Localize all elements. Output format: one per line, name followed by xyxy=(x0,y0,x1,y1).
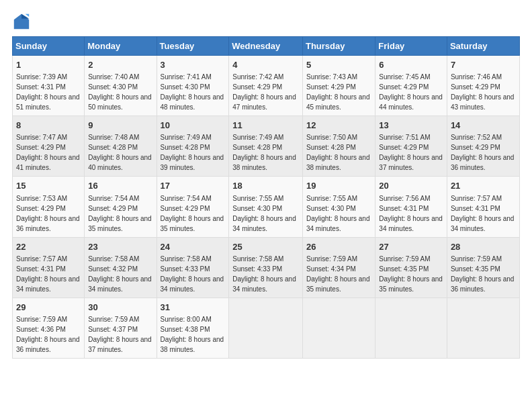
calendar-cell: 18 Sunrise: 7:55 AMSunset: 4:30 PMDaylig… xyxy=(229,177,303,237)
logo xyxy=(12,12,34,31)
calendar-cell xyxy=(229,298,303,358)
calendar-cell: 8 Sunrise: 7:47 AMSunset: 4:29 PMDayligh… xyxy=(13,116,85,177)
day-info: Sunrise: 7:46 AMSunset: 4:29 PMDaylight:… xyxy=(451,73,515,111)
calendar-week-4: 22 Sunrise: 7:57 AMSunset: 4:31 PMDaylig… xyxy=(13,237,520,298)
day-number: 28 xyxy=(451,241,516,253)
day-number: 24 xyxy=(161,241,226,253)
day-info: Sunrise: 7:55 AMSunset: 4:30 PMDaylight:… xyxy=(306,195,370,232)
logo-icon xyxy=(12,12,31,31)
day-number: 12 xyxy=(306,120,371,132)
calendar-cell: 14 Sunrise: 7:52 AMSunset: 4:29 PMDaylig… xyxy=(447,116,519,177)
day-info: Sunrise: 7:54 AMSunset: 4:29 PMDaylight:… xyxy=(88,195,152,232)
day-info: Sunrise: 7:51 AMSunset: 4:29 PMDaylight:… xyxy=(379,134,443,171)
day-info: Sunrise: 7:50 AMSunset: 4:28 PMDaylight:… xyxy=(306,134,370,171)
calendar-cell: 20 Sunrise: 7:56 AMSunset: 4:31 PMDaylig… xyxy=(375,177,447,237)
day-info: Sunrise: 7:59 AMSunset: 4:37 PMDaylight:… xyxy=(88,316,152,353)
day-info: Sunrise: 7:58 AMSunset: 4:33 PMDaylight:… xyxy=(232,255,296,293)
day-info: Sunrise: 7:59 AMSunset: 4:36 PMDaylight:… xyxy=(16,316,80,353)
day-number: 18 xyxy=(232,180,299,192)
day-info: Sunrise: 7:55 AMSunset: 4:30 PMDaylight:… xyxy=(232,195,296,232)
calendar-header-saturday: Saturday xyxy=(447,37,519,56)
calendar-cell: 15 Sunrise: 7:53 AMSunset: 4:29 PMDaylig… xyxy=(13,177,85,237)
day-info: Sunrise: 7:53 AMSunset: 4:29 PMDaylight:… xyxy=(16,195,80,232)
day-number: 14 xyxy=(451,120,516,132)
calendar-header-wednesday: Wednesday xyxy=(229,37,303,56)
calendar-header-tuesday: Tuesday xyxy=(157,37,229,56)
calendar-cell: 27 Sunrise: 7:59 AMSunset: 4:35 PMDaylig… xyxy=(375,237,447,298)
day-number: 31 xyxy=(161,302,226,314)
calendar-week-2: 8 Sunrise: 7:47 AMSunset: 4:29 PMDayligh… xyxy=(13,116,520,177)
calendar-cell: 21 Sunrise: 7:57 AMSunset: 4:31 PMDaylig… xyxy=(447,177,519,237)
calendar-cell: 3 Sunrise: 7:41 AMSunset: 4:30 PMDayligh… xyxy=(157,56,229,116)
day-number: 8 xyxy=(16,120,81,132)
calendar-cell: 22 Sunrise: 7:57 AMSunset: 4:31 PMDaylig… xyxy=(13,237,85,298)
calendar-cell: 7 Sunrise: 7:46 AMSunset: 4:29 PMDayligh… xyxy=(447,56,519,116)
calendar-week-3: 15 Sunrise: 7:53 AMSunset: 4:29 PMDaylig… xyxy=(13,177,520,237)
calendar-cell: 9 Sunrise: 7:48 AMSunset: 4:28 PMDayligh… xyxy=(85,116,157,177)
day-number: 16 xyxy=(88,180,152,192)
day-number: 9 xyxy=(88,120,152,132)
svg-marker-2 xyxy=(26,14,30,17)
day-info: Sunrise: 7:41 AMSunset: 4:30 PMDaylight:… xyxy=(161,73,224,111)
calendar-cell: 13 Sunrise: 7:51 AMSunset: 4:29 PMDaylig… xyxy=(375,116,447,177)
day-number: 17 xyxy=(161,180,226,192)
day-number: 5 xyxy=(306,59,371,71)
day-number: 21 xyxy=(451,180,516,192)
calendar-cell: 24 Sunrise: 7:58 AMSunset: 4:33 PMDaylig… xyxy=(157,237,229,298)
day-number: 10 xyxy=(161,120,226,132)
calendar-cell: 11 Sunrise: 7:49 AMSunset: 4:28 PMDaylig… xyxy=(229,116,303,177)
day-info: Sunrise: 7:59 AMSunset: 4:35 PMDaylight:… xyxy=(379,255,443,293)
day-number: 4 xyxy=(232,59,299,71)
day-info: Sunrise: 7:45 AMSunset: 4:29 PMDaylight:… xyxy=(379,73,443,111)
calendar-cell: 28 Sunrise: 7:59 AMSunset: 4:35 PMDaylig… xyxy=(447,237,519,298)
day-number: 2 xyxy=(88,59,152,71)
calendar-cell: 31 Sunrise: 8:00 AMSunset: 4:38 PMDaylig… xyxy=(157,298,229,358)
day-info: Sunrise: 7:58 AMSunset: 4:32 PMDaylight:… xyxy=(88,255,152,293)
calendar-header-row: SundayMondayTuesdayWednesdayThursdayFrid… xyxy=(13,37,520,56)
calendar-cell: 29 Sunrise: 7:59 AMSunset: 4:36 PMDaylig… xyxy=(13,298,85,358)
day-number: 30 xyxy=(88,302,152,314)
calendar-week-5: 29 Sunrise: 7:59 AMSunset: 4:36 PMDaylig… xyxy=(13,298,520,358)
calendar-header-monday: Monday xyxy=(85,37,157,56)
day-number: 22 xyxy=(16,241,81,253)
calendar-cell: 16 Sunrise: 7:54 AMSunset: 4:29 PMDaylig… xyxy=(85,177,157,237)
day-info: Sunrise: 7:43 AMSunset: 4:29 PMDaylight:… xyxy=(306,73,370,111)
day-info: Sunrise: 7:57 AMSunset: 4:31 PMDaylight:… xyxy=(16,255,80,293)
day-info: Sunrise: 7:48 AMSunset: 4:28 PMDaylight:… xyxy=(88,134,152,171)
day-number: 3 xyxy=(161,59,226,71)
day-number: 7 xyxy=(451,59,516,71)
calendar-cell: 10 Sunrise: 7:49 AMSunset: 4:28 PMDaylig… xyxy=(157,116,229,177)
day-info: Sunrise: 7:47 AMSunset: 4:29 PMDaylight:… xyxy=(16,134,80,171)
calendar-cell xyxy=(375,298,447,358)
calendar-cell: 23 Sunrise: 7:58 AMSunset: 4:32 PMDaylig… xyxy=(85,237,157,298)
calendar-cell: 12 Sunrise: 7:50 AMSunset: 4:28 PMDaylig… xyxy=(302,116,375,177)
day-info: Sunrise: 7:49 AMSunset: 4:28 PMDaylight:… xyxy=(232,134,296,171)
calendar-cell: 19 Sunrise: 7:55 AMSunset: 4:30 PMDaylig… xyxy=(302,177,375,237)
calendar-header-friday: Friday xyxy=(375,37,447,56)
calendar-cell xyxy=(302,298,375,358)
day-number: 11 xyxy=(232,120,299,132)
day-number: 13 xyxy=(379,120,443,132)
day-number: 15 xyxy=(16,180,81,192)
calendar-cell: 30 Sunrise: 7:59 AMSunset: 4:37 PMDaylig… xyxy=(85,298,157,358)
calendar-header-thursday: Thursday xyxy=(302,37,375,56)
calendar-cell: 6 Sunrise: 7:45 AMSunset: 4:29 PMDayligh… xyxy=(375,56,447,116)
day-info: Sunrise: 7:39 AMSunset: 4:31 PMDaylight:… xyxy=(16,73,80,111)
day-info: Sunrise: 7:42 AMSunset: 4:29 PMDaylight:… xyxy=(232,73,296,111)
day-number: 25 xyxy=(232,241,299,253)
calendar-header-sunday: Sunday xyxy=(13,37,85,56)
day-number: 23 xyxy=(88,241,152,253)
day-number: 27 xyxy=(379,241,443,253)
calendar-cell: 2 Sunrise: 7:40 AMSunset: 4:30 PMDayligh… xyxy=(85,56,157,116)
calendar-cell: 25 Sunrise: 7:58 AMSunset: 4:33 PMDaylig… xyxy=(229,237,303,298)
day-info: Sunrise: 7:52 AMSunset: 4:29 PMDaylight:… xyxy=(451,134,515,171)
calendar-table: SundayMondayTuesdayWednesdayThursdayFrid… xyxy=(12,36,520,359)
day-info: Sunrise: 7:49 AMSunset: 4:28 PMDaylight:… xyxy=(161,134,224,171)
day-number: 1 xyxy=(16,59,81,71)
day-number: 19 xyxy=(306,180,371,192)
day-info: Sunrise: 8:00 AMSunset: 4:38 PMDaylight:… xyxy=(161,316,224,353)
day-number: 26 xyxy=(306,241,371,253)
day-info: Sunrise: 7:56 AMSunset: 4:31 PMDaylight:… xyxy=(379,195,443,232)
day-info: Sunrise: 7:58 AMSunset: 4:33 PMDaylight:… xyxy=(161,255,224,293)
page: SundayMondayTuesdayWednesdayThursdayFrid… xyxy=(0,0,532,411)
